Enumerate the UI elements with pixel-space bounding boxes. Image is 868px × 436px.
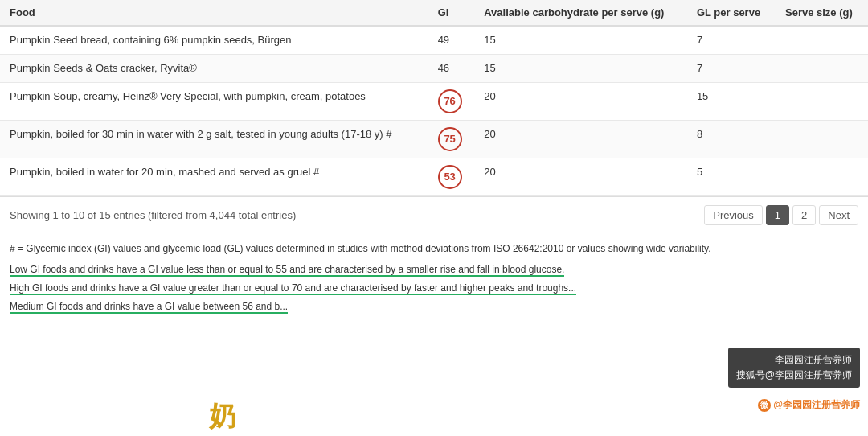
gi-cell: 49: [428, 26, 475, 55]
gl-cell: 5: [687, 158, 776, 196]
food-cell: Pumpkin Seed bread, containing 6% pumpki…: [0, 26, 428, 55]
gl-cell: 15: [687, 83, 776, 121]
food-cell: Pumpkin, boiled for 30 min in water with…: [0, 121, 428, 158]
main-table-container: Food GI Available carbohydrate per serve…: [0, 0, 868, 326]
carb-cell: 20: [474, 158, 687, 196]
col-carb: Available carbohydrate per serve (g): [474, 0, 687, 26]
serve-cell: [776, 121, 868, 158]
high-gi-footnote: High GI foods and drinks have a GI value…: [10, 282, 576, 295]
gl-cell: 7: [687, 26, 776, 55]
gl-cell: 8: [687, 121, 776, 158]
gi-table: Food GI Available carbohydrate per serve…: [0, 0, 868, 196]
carb-cell: 20: [474, 83, 687, 121]
gi-cell: 53: [428, 158, 475, 196]
table-row: Pumpkin Seeds & Oats cracker, Ryvita®461…: [0, 55, 868, 83]
food-cell: Pumpkin Seeds & Oats cracker, Ryvita®: [0, 55, 428, 83]
serve-cell: [776, 83, 868, 121]
gi-circled-value: 76: [438, 89, 462, 113]
gi-circled-value: 53: [438, 165, 462, 189]
pagination-info: Showing 1 to 10 of 15 entries (filtered …: [10, 209, 296, 221]
pagination-controls: Previous 1 2 Next: [704, 205, 858, 225]
footnotes-section: # = Glycemic index (GI) values and glyce…: [0, 233, 868, 326]
table-row: Pumpkin, boiled for 30 min in water with…: [0, 121, 868, 158]
carb-cell: 20: [474, 121, 687, 158]
gl-cell: 7: [687, 55, 776, 83]
col-gl: GL per serve: [687, 0, 776, 26]
hash-footnote: # = Glycemic index (GI) values and glyce…: [10, 241, 858, 257]
pagination-row: Showing 1 to 10 of 15 entries (filtered …: [0, 196, 868, 233]
serve-cell: [776, 158, 868, 196]
carb-cell: 15: [474, 26, 687, 55]
table-row: Pumpkin Soup, creamy, Heinz® Very Specia…: [0, 83, 868, 121]
weibo-watermark: 微@李园园注册营养师: [758, 398, 860, 412]
watermark-line2: 搜狐号@李园园注册营养师: [736, 368, 852, 383]
watermark-line1: 李园园注册营养师: [736, 352, 852, 368]
next-button[interactable]: Next: [819, 205, 858, 225]
medium-gi-footnote: Medium GI foods and drinks have a GI val…: [10, 301, 288, 314]
watermark-block: 李园园注册营养师 搜狐号@李园园注册营养师: [728, 348, 860, 388]
page-1-button[interactable]: 1: [766, 205, 789, 225]
col-food: Food: [0, 0, 428, 26]
serve-cell: [776, 55, 868, 83]
low-gi-footnote: Low GI foods and drinks have a GI value …: [10, 264, 564, 277]
gi-cell: 75: [428, 121, 475, 158]
gi-circled-value: 75: [438, 127, 462, 151]
serve-cell: [776, 26, 868, 55]
food-cell: Pumpkin Soup, creamy, Heinz® Very Specia…: [0, 83, 428, 121]
col-gi: GI: [428, 0, 475, 26]
gi-cell: 46: [428, 55, 475, 83]
gi-cell: 76: [428, 83, 475, 121]
carb-cell: 15: [474, 55, 687, 83]
col-serve: Serve size (g): [776, 0, 868, 26]
previous-button[interactable]: Previous: [704, 205, 763, 225]
page-2-button[interactable]: 2: [792, 205, 816, 225]
food-cell: Pumpkin, boiled in water for 20 min, mas…: [0, 158, 428, 196]
annotation-title: 奶油南瓜汤: [209, 398, 236, 436]
table-row: Pumpkin, boiled in water for 20 min, mas…: [0, 158, 868, 196]
weibo-icon: 微: [758, 399, 771, 412]
table-row: Pumpkin Seed bread, containing 6% pumpki…: [0, 26, 868, 55]
